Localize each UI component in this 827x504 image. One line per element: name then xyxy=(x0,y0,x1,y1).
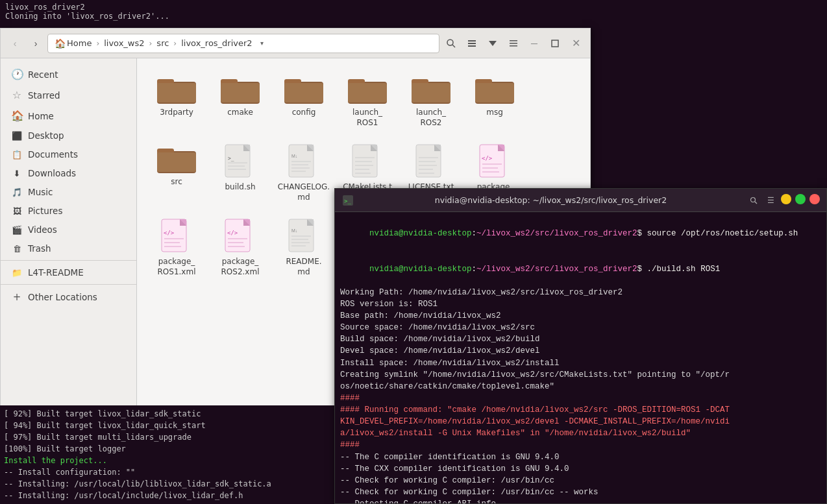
folder-launch-ros1[interactable]: launch_ROS1 xyxy=(338,69,397,133)
file-package-ros1[interactable]: </> package_ROS1.xml xyxy=(147,213,206,282)
file-changelog-label: CHANGELOG.md xyxy=(277,182,330,202)
svg-text:>_: >_ xyxy=(228,156,234,162)
breadcrumb-home[interactable]: 🏠 Home xyxy=(52,37,94,50)
folder-launch-ros2-label: launch_ROS2 xyxy=(416,108,446,128)
sidebar-item-desktop[interactable]: ⬛ Desktop xyxy=(3,126,134,145)
folder-config[interactable]: config xyxy=(275,69,333,133)
svg-text:</>: </> xyxy=(482,155,493,162)
search-button[interactable] xyxy=(442,34,460,53)
bg-terminal-top: livox_ros_driver2 Cloning into 'livox_ro… xyxy=(0,0,827,28)
file-changelog-md[interactable]: M↓ CHANGELOG.md xyxy=(275,138,333,208)
sidebar-item-recent[interactable]: 🕐 Recent xyxy=(3,64,134,84)
file-package-ros1-label: package_ROS1.xml xyxy=(158,257,196,277)
desktop-icon: ⬛ xyxy=(11,131,23,141)
maximize-button[interactable] xyxy=(546,34,564,53)
tc-line16: -- Check for working C compiler: /usr/bi… xyxy=(340,475,821,486)
bl-line2: [ 94%] Built target livox_lidar_quick_st… xyxy=(4,420,334,431)
bl-line5: Install the project... xyxy=(4,455,334,466)
breadcrumb: 🏠 Home › livox_ws2 › src › livox_ros_dri… xyxy=(47,34,439,53)
svg-rect-21 xyxy=(348,83,387,102)
tc-line4: ROS version is: ROS1 xyxy=(340,298,821,310)
breadcrumb-dropdown-button[interactable]: ▾ xyxy=(256,38,268,49)
bl-line1: [ 92%] Built target livox_lidar_sdk_stat… xyxy=(4,408,334,420)
minimize-button[interactable]: ─ xyxy=(525,34,543,53)
terminal-search-button[interactable] xyxy=(747,194,760,207)
file-readme-md[interactable]: M↓ README.md xyxy=(275,213,333,282)
terminal-titlebar: >_ nvidia@nvidia-desktop: ~/livox_ws2/sr… xyxy=(335,189,826,212)
terminal-maximize-button[interactable]: □ xyxy=(795,194,806,204)
terminal-close-button[interactable]: ✕ xyxy=(809,194,820,204)
sidebar-item-downloads[interactable]: ⬇ Downloads xyxy=(3,164,134,182)
folder-src[interactable]: src xyxy=(147,138,206,208)
breadcrumb-livox-ws2[interactable]: livox_ws2 xyxy=(101,37,147,49)
sidebar-item-videos[interactable]: 🎬 Videos xyxy=(3,221,134,239)
trash-icon: 🗑 xyxy=(11,244,23,254)
script-file-icon: >_ xyxy=(224,143,256,180)
file-package-ros2-label: package_ROS2.xml xyxy=(221,257,260,277)
sidebar-item-other-locations[interactable]: + Other Locations xyxy=(3,287,134,307)
sidebar-item-documents[interactable]: 📋 Documents xyxy=(3,145,134,163)
folder-msg-label: msg xyxy=(486,108,503,118)
file-package-ros2[interactable]: </> package_ROS2.xml xyxy=(211,213,269,282)
forward-button[interactable]: › xyxy=(27,34,45,53)
file-readme-label: README.md xyxy=(286,257,321,277)
documents-icon: 📋 xyxy=(11,150,23,160)
folder-cmake-label: cmake xyxy=(227,108,253,118)
folder-icon xyxy=(412,74,451,105)
terminal-menu-button[interactable]: ☰ xyxy=(764,194,777,207)
tc-line7: Build space: /home/nvidia/livox_ws2/buil… xyxy=(340,333,821,345)
sidebar-item-music[interactable]: 🎵 Music xyxy=(3,183,134,201)
recent-icon: 🕐 xyxy=(11,68,23,80)
svg-rect-4 xyxy=(468,45,476,47)
toggle-icon xyxy=(489,38,497,49)
terminal-minimize-button[interactable]: ─ xyxy=(781,194,791,204)
terminal-window: >_ nvidia@nvidia-desktop: ~/livox_ws2/sr… xyxy=(334,188,827,504)
breadcrumb-src[interactable]: src xyxy=(154,37,171,49)
sidebar-item-pictures[interactable]: 🖼 Pictures xyxy=(3,202,134,220)
window-controls: >_ xyxy=(341,194,354,207)
folder-icon xyxy=(284,74,323,105)
svg-rect-7 xyxy=(510,43,517,44)
svg-point-0 xyxy=(447,40,453,45)
bl-line3: [ 97%] Built target multi_lidars_upgrade xyxy=(4,431,334,443)
home-icon: 🏠 xyxy=(55,38,66,49)
svg-rect-12 xyxy=(157,83,196,102)
terminal-app-icon: >_ xyxy=(341,194,354,207)
videos-icon: 🎬 xyxy=(11,225,23,235)
sidebar-item-starred[interactable]: ☆ Starred xyxy=(3,85,134,105)
sidebar-item-l4t-readme[interactable]: 📁 L4T-README xyxy=(3,263,134,282)
file-build-sh[interactable]: >_ build.sh xyxy=(211,138,269,208)
svg-rect-27 xyxy=(475,83,514,102)
tc-line8: Devel space: /home/nvidia/livox_ws2/deve… xyxy=(340,345,821,357)
sidebar-item-trash[interactable]: 🗑 Trash xyxy=(3,239,134,258)
svg-rect-2 xyxy=(468,40,476,42)
svg-rect-24 xyxy=(412,83,451,102)
folder-launch-ros1-label: launch_ROS1 xyxy=(352,108,382,128)
file-build-sh-label: build.sh xyxy=(225,182,255,193)
tc-line3: Working Path: /home/nvidia/livox_ws2/src… xyxy=(340,287,821,298)
bl-line7: -- Installing: /usr/local/lib/liblivox_l… xyxy=(4,478,334,490)
view-toggle-button[interactable] xyxy=(484,34,502,53)
breadcrumb-livox-ros-driver2[interactable]: livox_ros_driver2 xyxy=(179,37,254,49)
view-list-button[interactable] xyxy=(463,34,481,53)
folder-msg[interactable]: msg xyxy=(465,69,524,133)
folder-cmake[interactable]: cmake xyxy=(211,69,269,133)
close-button[interactable]: ✕ xyxy=(567,34,585,53)
tc-line5: Base path: /home/nvidia/livox_ws2 xyxy=(340,310,821,322)
folder-3rdparty[interactable]: 3rdparty xyxy=(147,69,206,133)
folder-config-label: config xyxy=(292,108,316,118)
svg-rect-6 xyxy=(510,40,517,42)
tc-line17: -- Check for working C compiler: /usr/bi… xyxy=(340,486,821,498)
folder-launch-ros2[interactable]: launch_ROS2 xyxy=(402,69,460,133)
tc-line18: -- Detecting C compiler ABI info xyxy=(340,498,821,503)
menu-button[interactable] xyxy=(504,34,523,53)
svg-text:</>: </> xyxy=(164,230,175,236)
sidebar-item-home[interactable]: 🏠 Home xyxy=(3,106,134,126)
search-icon xyxy=(750,197,758,204)
folder-src-label: src xyxy=(171,177,182,187)
svg-text:M↓: M↓ xyxy=(291,228,297,233)
svg-point-93 xyxy=(751,197,756,202)
tc-line13: #### xyxy=(340,439,821,451)
cmake-file-icon xyxy=(351,143,384,180)
back-button[interactable]: ‹ xyxy=(6,34,24,53)
